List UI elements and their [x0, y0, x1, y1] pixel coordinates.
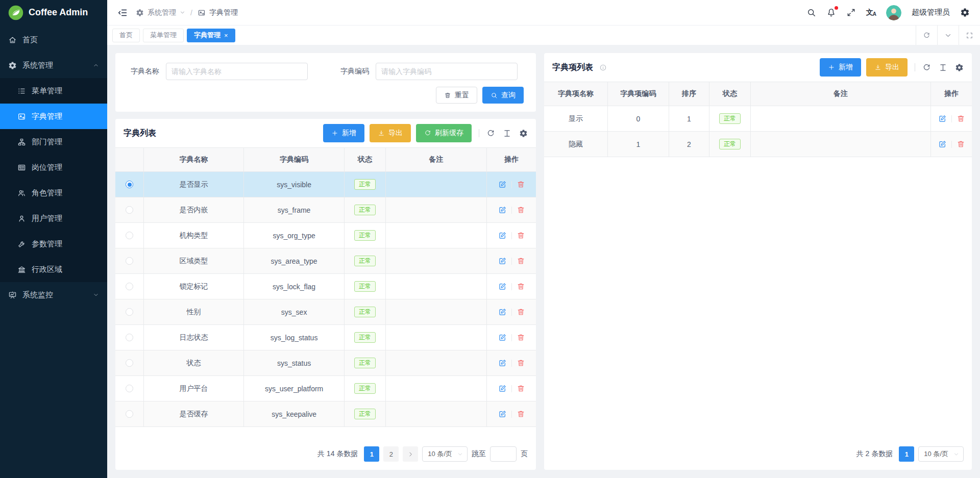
- row-radio[interactable]: [126, 334, 133, 341]
- edit-icon[interactable]: [498, 282, 507, 291]
- edit-icon[interactable]: [498, 333, 507, 342]
- sidebar-item-7[interactable]: 用户管理: [0, 206, 107, 231]
- row-radio[interactable]: [126, 283, 133, 290]
- row-radio[interactable]: [126, 206, 133, 214]
- trash-icon[interactable]: [517, 180, 525, 189]
- jump-input[interactable]: [490, 446, 517, 462]
- row-radio[interactable]: [126, 232, 133, 239]
- item-export-button[interactable]: 导出: [866, 58, 908, 77]
- refresh-cache-button[interactable]: 刷新缓存: [416, 124, 472, 142]
- trash-icon[interactable]: [957, 114, 965, 123]
- table-row[interactable]: 机构类型sys_org_type正常: [115, 223, 536, 248]
- cell-status: 正常: [345, 274, 386, 299]
- reset-button[interactable]: 重置: [436, 87, 477, 104]
- page-button-1[interactable]: 1: [899, 446, 914, 462]
- dict-export-button[interactable]: 导出: [370, 124, 411, 142]
- row-radio[interactable]: [126, 308, 133, 316]
- status-badge: 正常: [354, 230, 376, 241]
- table-row[interactable]: 用户平台sys_user_platform正常: [115, 376, 536, 401]
- page-button-1[interactable]: 1: [364, 446, 379, 462]
- trash-icon[interactable]: [517, 384, 525, 393]
- sidebar-item-6[interactable]: 角色管理: [0, 180, 107, 206]
- sidebar-item-5[interactable]: 岗位管理: [0, 155, 107, 180]
- breadcrumb-item[interactable]: 字典管理: [198, 8, 238, 17]
- edit-icon[interactable]: [498, 231, 507, 240]
- menu-fold-icon[interactable]: [117, 8, 128, 18]
- table-row[interactable]: 隐藏12正常: [544, 132, 972, 157]
- page-button-2[interactable]: 2: [383, 446, 399, 462]
- edit-icon[interactable]: [938, 140, 947, 148]
- page-size-select[interactable]: 10 条/页: [422, 446, 468, 462]
- fullscreen-icon[interactable]: [846, 8, 856, 17]
- edit-icon[interactable]: [498, 308, 507, 316]
- dict-add-button[interactable]: 新增: [323, 124, 364, 142]
- query-button[interactable]: 查询: [482, 87, 524, 104]
- sidebar-item-1[interactable]: 系统管理: [0, 53, 107, 78]
- tab-2[interactable]: 字典管理×: [187, 29, 235, 42]
- row-height-icon[interactable]: [939, 63, 947, 72]
- next-page-button[interactable]: [403, 446, 418, 462]
- item-add-button[interactable]: 新增: [820, 58, 861, 77]
- table-refresh-icon[interactable]: [486, 129, 495, 138]
- tab-0[interactable]: 首页: [112, 29, 140, 42]
- edit-icon[interactable]: [498, 180, 507, 189]
- avatar[interactable]: [886, 5, 901, 20]
- edit-icon[interactable]: [498, 206, 507, 214]
- dict-name-input[interactable]: [166, 63, 308, 80]
- row-radio[interactable]: [126, 359, 133, 367]
- table-row[interactable]: 区域类型sys_area_type正常: [115, 248, 536, 274]
- table-row[interactable]: 是否缓存sys_keepalive正常: [115, 401, 536, 427]
- table-row[interactable]: 显示01正常: [544, 106, 972, 132]
- trash-icon[interactable]: [517, 231, 525, 240]
- row-height-icon[interactable]: [503, 129, 511, 138]
- trash-icon[interactable]: [957, 140, 965, 148]
- sidebar-item-9[interactable]: 行政区域: [0, 257, 107, 282]
- sidebar-item-10[interactable]: 系统监控: [0, 282, 107, 308]
- trash-icon[interactable]: [517, 333, 525, 342]
- sidebar-item-0[interactable]: 首页: [0, 27, 107, 53]
- app-title: Coffee Admin: [29, 7, 88, 18]
- sidebar-item-3[interactable]: 字典管理: [0, 104, 107, 129]
- action-divider: [511, 309, 512, 316]
- trash-icon[interactable]: [517, 282, 525, 291]
- notifications-button[interactable]: [826, 8, 836, 17]
- trash-icon[interactable]: [517, 206, 525, 214]
- sidebar-item-2[interactable]: 菜单管理: [0, 78, 107, 104]
- row-radio[interactable]: [126, 257, 133, 265]
- edit-icon[interactable]: [498, 410, 507, 418]
- column-settings-icon[interactable]: [519, 129, 528, 138]
- trash-icon[interactable]: [517, 410, 525, 418]
- table-refresh-icon[interactable]: [922, 63, 931, 72]
- column-settings-icon[interactable]: [955, 63, 964, 72]
- edit-icon[interactable]: [938, 114, 947, 123]
- close-icon[interactable]: ×: [224, 32, 228, 39]
- tab-1[interactable]: 菜单管理: [143, 29, 184, 42]
- dict-code-input[interactable]: [376, 63, 518, 80]
- table-row[interactable]: 锁定标记sys_lock_flag正常: [115, 274, 536, 299]
- tabs-fullscreen-button[interactable]: [959, 26, 980, 45]
- row-radio[interactable]: [126, 181, 133, 188]
- edit-icon[interactable]: [498, 359, 507, 367]
- tabs-refresh-button[interactable]: [916, 26, 937, 45]
- edit-icon[interactable]: [498, 257, 507, 265]
- table-row[interactable]: 日志状态sys_log_status正常: [115, 325, 536, 350]
- sidebar-item-8[interactable]: 参数管理: [0, 231, 107, 257]
- table-row[interactable]: 是否内嵌sys_frame正常: [115, 197, 536, 223]
- page-size-select[interactable]: 10 条/页: [918, 446, 964, 462]
- edit-icon[interactable]: [498, 384, 507, 393]
- breadcrumb-item[interactable]: 系统管理: [136, 8, 185, 17]
- table-row[interactable]: 性别sys_sex正常: [115, 299, 536, 325]
- search-icon[interactable]: [806, 8, 816, 17]
- current-user-name[interactable]: 超级管理员: [912, 8, 950, 17]
- translate-icon[interactable]: 文A: [866, 8, 876, 17]
- trash-icon[interactable]: [517, 359, 525, 367]
- trash-icon[interactable]: [517, 308, 525, 316]
- trash-icon[interactable]: [517, 257, 525, 265]
- settings-gear-icon[interactable]: [960, 8, 970, 17]
- table-row[interactable]: 是否显示sys_visible正常: [115, 172, 536, 197]
- tabs-menu-button[interactable]: [937, 26, 959, 45]
- table-row[interactable]: 状态sys_status正常: [115, 350, 536, 376]
- row-radio[interactable]: [126, 410, 133, 418]
- row-radio[interactable]: [126, 385, 133, 392]
- sidebar-item-4[interactable]: 部门管理: [0, 129, 107, 155]
